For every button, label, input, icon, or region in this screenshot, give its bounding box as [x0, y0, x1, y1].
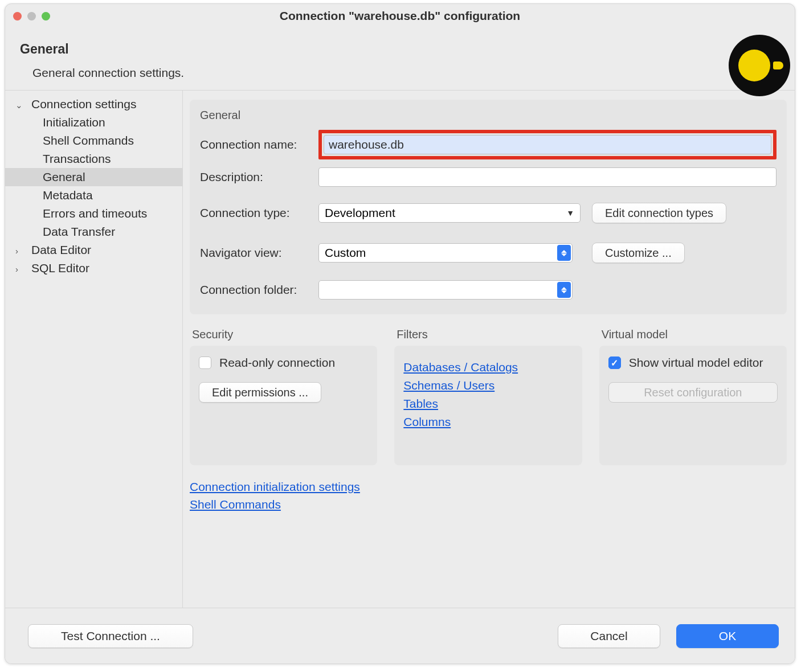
- link-shell-commands[interactable]: Shell Commands: [190, 498, 787, 511]
- sidebar-item-transactions[interactable]: Transactions: [5, 150, 182, 168]
- dropdown-arrow-icon: ▼: [566, 208, 574, 218]
- connection-type-value: Development: [325, 206, 395, 220]
- sidebar-item-connection-settings[interactable]: ⌄Connection settings: [5, 95, 182, 113]
- show-virtual-checkbox[interactable]: [608, 357, 621, 369]
- filter-link-columns[interactable]: Columns: [403, 415, 573, 429]
- sidebar-item-label: General: [43, 170, 85, 183]
- sidebar-item-data-editor[interactable]: ›Data Editor: [5, 241, 182, 259]
- navigator-view-select[interactable]: Custom: [318, 243, 573, 263]
- filter-link-tables[interactable]: Tables: [403, 397, 573, 411]
- navigator-view-value: Custom: [325, 246, 366, 260]
- readonly-checkbox-row[interactable]: Read-only connection: [199, 356, 368, 370]
- connection-type-label: Connection type:: [200, 206, 318, 220]
- customize-button[interactable]: Customize ...: [592, 243, 685, 263]
- connection-folder-select[interactable]: [318, 280, 573, 300]
- dialog-window: Connection "warehouse.db" configuration …: [5, 3, 795, 664]
- sidebar-item-label: Metadata: [43, 189, 93, 202]
- panels-row: Security Read-only connection Edit permi…: [190, 328, 787, 465]
- sidebar-item-errors-timeouts[interactable]: Errors and timeouts: [5, 204, 182, 223]
- sidebar-item-label: Shell Commands: [43, 134, 134, 147]
- sidebar-item-label: Connection settings: [31, 97, 136, 110]
- link-connection-init-settings[interactable]: Connection initialization settings: [190, 480, 787, 494]
- dialog-body: ⌄Connection settings Initialization Shel…: [5, 90, 795, 608]
- bottom-links: Connection initialization settings Shell…: [190, 480, 787, 511]
- edit-permissions-button[interactable]: Edit permissions ...: [199, 382, 321, 403]
- security-title: Security: [190, 328, 377, 341]
- sidebar-item-sql-editor[interactable]: ›SQL Editor: [5, 259, 182, 277]
- readonly-checkbox[interactable]: [199, 357, 211, 369]
- sidebar-item-label: SQL Editor: [31, 261, 89, 274]
- cancel-button[interactable]: Cancel: [558, 624, 660, 648]
- ok-button[interactable]: OK: [676, 624, 779, 648]
- description-input[interactable]: [318, 167, 777, 187]
- settings-tree: ⌄Connection settings Initialization Shel…: [5, 95, 182, 277]
- sidebar-item-label: Transactions: [43, 152, 111, 165]
- show-virtual-checkbox-row[interactable]: Show virtual model editor: [608, 356, 778, 370]
- filters-title: Filters: [394, 328, 582, 341]
- connection-name-input[interactable]: [324, 135, 771, 154]
- driver-logo-icon: [729, 35, 790, 96]
- caret-right-icon: ›: [15, 246, 18, 256]
- settings-sidebar: ⌄Connection settings Initialization Shel…: [5, 91, 183, 608]
- description-label: Description:: [200, 170, 318, 184]
- dialog-footer: Test Connection ... Cancel OK: [5, 608, 795, 663]
- sidebar-item-label: Data Editor: [31, 243, 91, 256]
- header-title: General: [20, 42, 778, 57]
- row-navigator-view: Navigator view: Custom Customize ...: [200, 243, 777, 263]
- group-label: General: [200, 109, 777, 122]
- row-connection-type: Connection type: Development ▼ Edit conn…: [200, 203, 777, 223]
- sidebar-item-metadata[interactable]: Metadata: [5, 186, 182, 204]
- edit-connection-types-button[interactable]: Edit connection types: [592, 203, 726, 223]
- filters-panel: Filters Databases / Catalogs Schemas / U…: [394, 328, 582, 465]
- general-group: General Connection name: Description: Co…: [190, 100, 787, 314]
- stepper-icon: [557, 245, 571, 261]
- virtual-model-panel: Virtual model Show virtual model editor …: [599, 328, 787, 465]
- caret-right-icon: ›: [15, 264, 18, 274]
- settings-main: General Connection name: Description: Co…: [183, 91, 795, 608]
- sidebar-item-label: Initialization: [43, 116, 105, 129]
- readonly-label: Read-only connection: [219, 356, 335, 370]
- titlebar: Connection "warehouse.db" configuration: [5, 4, 795, 28]
- row-connection-folder: Connection folder:: [200, 280, 777, 300]
- sidebar-item-general[interactable]: General: [5, 168, 182, 186]
- show-virtual-label: Show virtual model editor: [629, 356, 763, 370]
- sidebar-item-shell-commands[interactable]: Shell Commands: [5, 132, 182, 150]
- connection-folder-label: Connection folder:: [200, 283, 318, 297]
- connection-type-select[interactable]: Development ▼: [318, 203, 581, 223]
- caret-down-icon: ⌄: [15, 100, 23, 110]
- virtual-title: Virtual model: [599, 328, 787, 341]
- window-title: Connection "warehouse.db" configuration: [5, 9, 795, 23]
- stepper-icon: [557, 282, 571, 298]
- header-subtitle: General connection settings.: [32, 66, 778, 80]
- row-connection-name: Connection name:: [200, 130, 777, 159]
- row-description: Description:: [200, 167, 777, 187]
- connection-name-highlight: [318, 130, 777, 159]
- security-panel: Security Read-only connection Edit permi…: [190, 328, 377, 465]
- sidebar-item-label: Data Transfer: [43, 225, 115, 238]
- sidebar-item-initialization[interactable]: Initialization: [5, 113, 182, 132]
- dialog-header: General General connection settings.: [5, 28, 795, 90]
- sidebar-item-label: Errors and timeouts: [43, 207, 147, 220]
- navigator-view-label: Navigator view:: [200, 246, 318, 260]
- connection-name-label: Connection name:: [200, 138, 318, 151]
- sidebar-item-data-transfer[interactable]: Data Transfer: [5, 223, 182, 241]
- filter-link-schemas[interactable]: Schemas / Users: [403, 379, 573, 392]
- reset-configuration-button: Reset configuration: [608, 382, 778, 403]
- filter-link-databases[interactable]: Databases / Catalogs: [403, 360, 573, 374]
- test-connection-button[interactable]: Test Connection ...: [28, 624, 193, 648]
